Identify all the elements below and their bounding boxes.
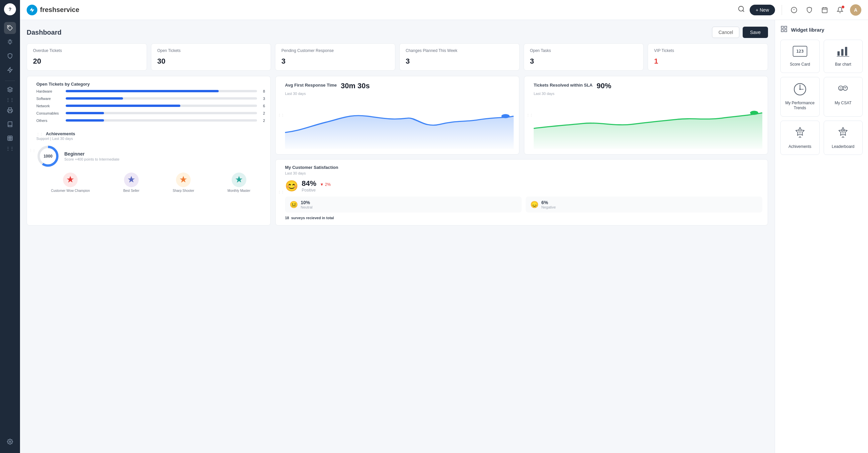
best-seller-label: Best Seller <box>123 189 140 193</box>
cat-bar-network <box>66 105 180 107</box>
csat-neutral-label: Neutral <box>301 205 312 209</box>
csat-neutral-emoji: 😐 <box>290 200 298 208</box>
wl-achievements[interactable]: Achivements <box>780 121 820 155</box>
vip-value: 1 <box>654 57 762 66</box>
main-area: freshservice + New A <box>20 0 868 453</box>
score-card-pending[interactable]: Pending Customer Response 3 <box>275 43 395 71</box>
overdue-value: 20 <box>33 57 141 66</box>
user-avatar[interactable]: A <box>850 4 861 15</box>
svg-point-38 <box>839 86 843 90</box>
svg-point-11 <box>739 6 744 11</box>
svg-rect-24 <box>781 26 783 28</box>
widget-library-icon <box>780 25 788 34</box>
drag-handle-csat[interactable]: ⋮⋮ <box>278 190 284 194</box>
cat-val-consumables: 2 <box>260 111 265 115</box>
achievement-progress: Score +400 points to Intermediate <box>64 157 119 161</box>
changes-value: 3 <box>406 57 513 66</box>
topbar-actions: + New A <box>738 4 861 15</box>
donut-label: 1000 <box>36 144 60 168</box>
svg-point-40 <box>840 87 841 88</box>
sidebar-item-bug[interactable] <box>4 36 16 48</box>
drag-handle-response[interactable]: ⋮⋮ <box>278 113 284 117</box>
shield-icon-btn[interactable] <box>804 5 815 15</box>
cat-row-network: Network 6 <box>36 104 265 108</box>
csat-negative-pct: 6% <box>541 200 556 205</box>
monthly-master-icon <box>232 172 246 187</box>
score-card-open[interactable]: Open Tickets 30 <box>151 43 271 71</box>
info-icon-btn[interactable] <box>789 5 799 15</box>
drag-handle-achievements[interactable]: ⋮⋮ <box>36 132 43 136</box>
csat-period: Last 30 days <box>285 171 762 175</box>
csat-footer-text: surveys recieved in total <box>291 216 334 220</box>
content-area: Dashboard Cancel Save Overdue Tickets 20… <box>20 20 868 453</box>
drag-handle-sla[interactable]: ⋮⋮ <box>526 113 533 117</box>
score-card-changes[interactable]: Changes Planned This Week 3 <box>399 43 520 71</box>
sidebar-drag-dots-1[interactable]: ⋮⋮ <box>6 98 14 102</box>
page-title: Dashboard <box>27 29 61 36</box>
score-card-vip[interactable]: VIP Tickets 1 <box>648 43 768 71</box>
svg-rect-32 <box>845 47 847 56</box>
sharp-shooter-icon <box>176 172 191 187</box>
save-button[interactable]: Save <box>743 27 768 38</box>
svg-marker-2 <box>8 68 12 73</box>
sidebar-item-settings[interactable] <box>4 436 16 448</box>
calendar-icon-btn[interactable] <box>819 5 830 15</box>
achievements-top: 1000 Beginner Score +400 points to Inter… <box>36 144 265 168</box>
sidebar-drag-dots-2[interactable]: ⋮⋮ <box>6 146 14 151</box>
vip-label: VIP Tickets <box>654 48 762 54</box>
sidebar-item-printer[interactable] <box>4 104 16 116</box>
cat-label-network: Network <box>36 104 63 108</box>
csat-neutral-pct: 10% <box>301 200 312 205</box>
sidebar-item-lightning[interactable] <box>4 64 16 76</box>
svg-rect-27 <box>785 30 787 32</box>
wl-performance[interactable]: My Performance Trends <box>780 77 820 117</box>
topbar-logo-text: freshservice <box>40 6 79 14</box>
wl-score-card[interactable]: 123 Score Card <box>780 40 820 73</box>
new-button[interactable]: + New <box>750 5 775 15</box>
svg-point-37 <box>799 89 801 90</box>
badge-customer-wow: Customer Wow Champion <box>51 172 90 193</box>
cancel-button[interactable]: Cancel <box>712 27 739 38</box>
achievement-text: Beginner Score +400 points to Intermedia… <box>64 151 119 161</box>
wl-my-csat[interactable]: My CSAT <box>824 77 863 117</box>
cat-row-hardware: Hardware 8 <box>36 89 265 93</box>
response-value: 30m 30s <box>341 82 370 90</box>
sidebar-item-tag[interactable] <box>4 22 16 34</box>
sla-period: Last 30 days <box>534 92 762 96</box>
svg-point-41 <box>841 87 842 88</box>
badge-best-seller: Best Seller <box>123 172 140 193</box>
score-card-tasks[interactable]: Open Tasks 3 <box>524 43 644 71</box>
sla-widget: ⋮⋮ Tickets Resolved within SLA 90% Last … <box>524 76 768 155</box>
customer-wow-icon <box>63 172 78 187</box>
cat-label-others: Others <box>36 119 63 123</box>
csat-total: 18 <box>285 216 289 220</box>
sidebar-item-shield[interactable] <box>4 50 16 62</box>
search-icon[interactable] <box>738 5 745 14</box>
drag-handle-category[interactable]: ⋮⋮ <box>29 149 36 153</box>
sidebar-logo[interactable]: ? <box>4 3 16 15</box>
wl-leaderboard[interactable]: Leaderboard <box>824 121 863 155</box>
response-period: Last 30 days <box>285 92 514 96</box>
svg-rect-1 <box>9 40 11 44</box>
sidebar-item-book[interactable] <box>4 118 16 130</box>
cat-val-hardware: 8 <box>260 89 265 93</box>
bar-chart-label: Bar chart <box>835 62 851 67</box>
wl-bar-chart[interactable]: Bar chart <box>824 40 863 73</box>
score-card-icon: 123 <box>793 45 807 59</box>
category-title: Open Tickets by Category <box>36 82 265 87</box>
cat-label-software: Software <box>36 97 63 101</box>
response-metric-row: Avg First Response Time 30m 30s <box>285 82 514 90</box>
bell-icon-btn[interactable] <box>835 5 845 15</box>
sidebar-item-chart[interactable] <box>4 132 16 144</box>
cat-bar-bg-software <box>66 97 257 100</box>
csat-positive-info: 84% ▼ 2% Positive <box>302 179 331 193</box>
svg-rect-25 <box>785 26 787 28</box>
svg-rect-5 <box>8 136 12 140</box>
score-card-overdue[interactable]: Overdue Tickets 20 <box>27 43 147 71</box>
widget-library-title: Widget library <box>791 27 824 33</box>
cat-bar-bg-consumables <box>66 112 257 114</box>
svg-rect-30 <box>838 51 840 56</box>
svg-point-44 <box>799 130 801 132</box>
sidebar-item-layers[interactable] <box>4 84 16 96</box>
achievements-section: ⋮⋮ Achievements Support | Last 30 days <box>36 131 265 193</box>
